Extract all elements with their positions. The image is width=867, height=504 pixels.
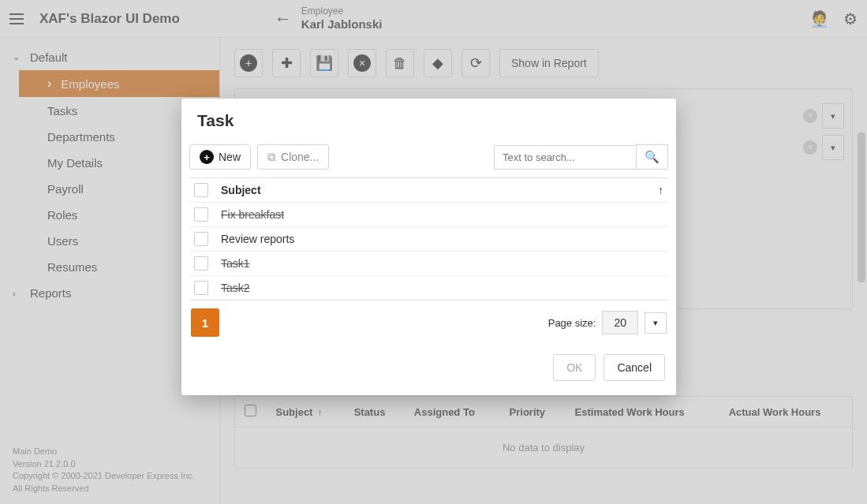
table-row[interactable]: Task2 xyxy=(189,276,668,300)
dialog-toolbar: + New ⧉ Clone... 🔍 xyxy=(181,144,676,177)
dialog-clone-button: ⧉ Clone... xyxy=(257,144,329,170)
dialog-title: Task xyxy=(181,99,676,144)
search-button[interactable]: 🔍 xyxy=(636,144,668,170)
table-row[interactable]: Review reports xyxy=(189,227,668,252)
plus-icon: + xyxy=(200,150,214,164)
row-subject: Task1 xyxy=(216,257,663,270)
task-lookup-dialog: Task + New ⧉ Clone... 🔍 Subject ↑ Fix br… xyxy=(181,99,676,395)
dialog-grid: Subject ↑ Fix breakfastReview reportsTas… xyxy=(189,177,668,301)
row-subject: Fix breakfast xyxy=(216,208,663,221)
dialog-footer: OK Cancel xyxy=(181,337,676,384)
row-subject: Task2 xyxy=(216,282,663,294)
row-checkbox[interactable] xyxy=(194,232,208,246)
page-size-value: 20 xyxy=(602,311,638,334)
clone-icon: ⧉ xyxy=(267,150,276,164)
search-input[interactable] xyxy=(494,145,636,170)
dialog-grid-header: Subject ↑ xyxy=(189,178,668,203)
dialog-pager: 1 Page size: 20 ▾ xyxy=(181,301,676,337)
row-subject: Review reports xyxy=(216,233,663,245)
select-all-checkbox[interactable] xyxy=(194,183,208,197)
table-row[interactable]: Fix breakfast xyxy=(189,203,668,227)
cancel-button[interactable]: Cancel xyxy=(604,354,665,381)
dialog-new-button[interactable]: + New xyxy=(189,144,251,170)
sort-ascending-icon: ↑ xyxy=(658,184,663,196)
page-1-button[interactable]: 1 xyxy=(191,308,219,337)
page-size-dropdown[interactable]: ▾ xyxy=(645,312,667,334)
table-row[interactable]: Task1 xyxy=(189,252,668,276)
search-icon: 🔍 xyxy=(645,150,660,163)
col-subject[interactable]: Subject xyxy=(216,184,650,196)
row-checkbox[interactable] xyxy=(194,281,208,295)
row-checkbox[interactable] xyxy=(194,207,208,222)
row-checkbox[interactable] xyxy=(194,256,208,271)
ok-button[interactable]: OK xyxy=(553,354,596,381)
page-size-label: Page size: xyxy=(548,317,596,329)
